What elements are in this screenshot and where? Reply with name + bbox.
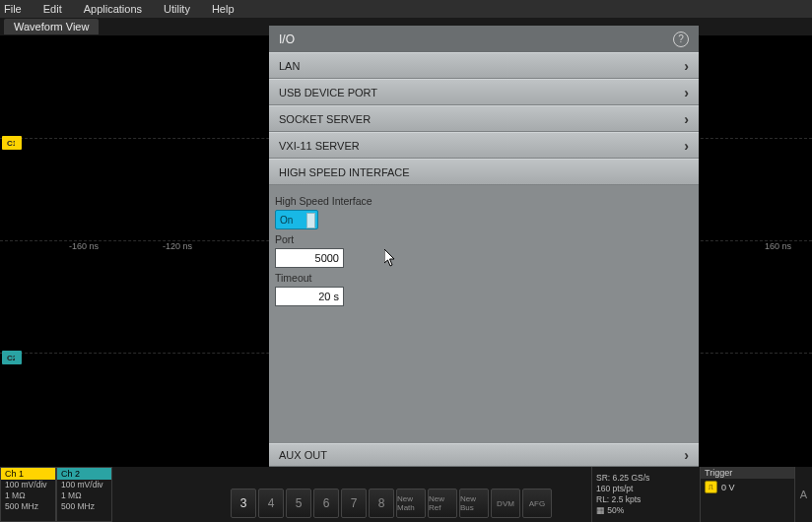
chevron-right-icon: › bbox=[684, 447, 689, 463]
nav-lan-label: LAN bbox=[279, 60, 300, 72]
ch1-header: Ch 1 bbox=[1, 468, 55, 480]
chevron-right-icon: › bbox=[684, 85, 689, 100]
dvm-button[interactable]: DVM bbox=[491, 489, 520, 518]
afg-button[interactable]: AFG bbox=[522, 489, 552, 518]
timeout-input[interactable]: 20 s bbox=[275, 287, 344, 306]
ch2-impedance: 1 MΩ bbox=[57, 490, 111, 501]
trigger-value: 0 V bbox=[721, 483, 735, 492]
menu-edit[interactable]: Edit bbox=[43, 3, 62, 15]
time-label: -160 ns bbox=[69, 241, 99, 251]
a-box[interactable]: A bbox=[794, 467, 812, 522]
chevron-right-icon: › bbox=[684, 111, 689, 127]
ch1-impedance: 1 MΩ bbox=[1, 490, 55, 501]
nav-hsi-label: HIGH SPEED INTERFACE bbox=[279, 166, 410, 178]
hsi-toggle-label: High Speed Interface bbox=[275, 195, 693, 207]
channel-box-ch2[interactable]: Ch 2 100 mV/div 1 MΩ 500 MHz bbox=[56, 467, 112, 522]
ch2-bw: 500 MHz bbox=[57, 501, 111, 512]
acquisition-box[interactable]: SR: 6.25 GS/s 160 pts/pt RL: 2.5 kpts ▦ … bbox=[591, 467, 700, 522]
new-bus-button[interactable]: New Bus bbox=[459, 489, 489, 518]
acq-pts: 160 pts/pt bbox=[596, 484, 696, 494]
acq-pct: ▦ 50% bbox=[596, 505, 696, 516]
new-ref-button[interactable]: New Ref bbox=[428, 489, 457, 518]
io-panel: I/O ? LAN › USB DEVICE PORT › SOCKET SER… bbox=[269, 26, 699, 467]
trigger-badge: ⎍ bbox=[705, 481, 717, 493]
hsi-toggle-text: On bbox=[280, 215, 293, 226]
ch1-scale: 100 mV/div bbox=[1, 480, 55, 490]
channel-marker-c1[interactable]: C1 bbox=[2, 136, 22, 150]
ch2-scale: 100 mV/div bbox=[57, 480, 111, 490]
tab-waveform-view[interactable]: Waveform View bbox=[4, 19, 99, 34]
hsi-toggle[interactable]: On bbox=[275, 210, 318, 229]
nav-lan[interactable]: LAN › bbox=[269, 52, 699, 79]
bottom-buttons: 3 4 5 6 7 8 New Math New Ref New Bus DVM… bbox=[112, 467, 591, 522]
bottom-bar: Ch 1 100 mV/div 1 MΩ 500 MHz Ch 2 100 mV… bbox=[0, 467, 812, 522]
channel-button-4[interactable]: 4 bbox=[258, 489, 284, 518]
channel-button-6[interactable]: 6 bbox=[313, 489, 339, 518]
channel-marker-c2[interactable]: C2 bbox=[2, 351, 22, 364]
menubar: File Edit Applications Utility Help bbox=[0, 0, 812, 18]
port-input[interactable]: 5000 bbox=[275, 248, 344, 268]
chevron-right-icon: › bbox=[684, 138, 689, 154]
nav-socket-server[interactable]: SOCKET SERVER › bbox=[269, 105, 699, 132]
ch2-header: Ch 2 bbox=[57, 468, 111, 480]
ch1-bw: 500 MHz bbox=[1, 501, 55, 512]
hsi-section: High Speed Interface On Port 5000 Timeou… bbox=[269, 185, 699, 306]
channel-box-ch1[interactable]: Ch 1 100 mV/div 1 MΩ 500 MHz bbox=[0, 467, 56, 522]
trigger-header: Trigger bbox=[701, 467, 794, 479]
channel-button-5[interactable]: 5 bbox=[286, 489, 311, 518]
channel-button-8[interactable]: 8 bbox=[369, 489, 394, 518]
nav-socket-label: SOCKET SERVER bbox=[279, 113, 371, 125]
nav-aux-out[interactable]: AUX OUT › bbox=[269, 443, 699, 467]
io-panel-header: I/O ? bbox=[269, 26, 699, 52]
channel-button-7[interactable]: 7 bbox=[341, 489, 367, 518]
help-icon[interactable]: ? bbox=[673, 32, 689, 47]
toggle-knob bbox=[306, 213, 315, 228]
nav-usb-label: USB DEVICE PORT bbox=[279, 87, 377, 98]
channel-button-3[interactable]: 3 bbox=[231, 489, 256, 518]
timeout-label: Timeout bbox=[275, 272, 693, 284]
io-panel-title: I/O bbox=[279, 33, 295, 46]
nav-vxi11-server[interactable]: VXI-11 SERVER › bbox=[269, 132, 699, 159]
menu-file[interactable]: File bbox=[4, 3, 22, 15]
port-label: Port bbox=[275, 233, 693, 245]
nav-high-speed-interface[interactable]: HIGH SPEED INTERFACE › bbox=[269, 159, 699, 185]
acq-sr: SR: 6.25 GS/s bbox=[596, 473, 696, 484]
new-math-button[interactable]: New Math bbox=[396, 489, 426, 518]
menu-applications[interactable]: Applications bbox=[84, 3, 142, 15]
menu-utility[interactable]: Utility bbox=[164, 3, 190, 15]
nav-aux-label: AUX OUT bbox=[279, 449, 327, 461]
menu-help[interactable]: Help bbox=[212, 3, 235, 15]
time-label: -120 ns bbox=[163, 241, 192, 251]
nav-vxi-label: VXI-11 SERVER bbox=[279, 140, 360, 152]
nav-usb-device-port[interactable]: USB DEVICE PORT › bbox=[269, 79, 699, 105]
chevron-right-icon: › bbox=[684, 58, 689, 74]
acq-rl: RL: 2.5 kpts bbox=[596, 494, 696, 505]
time-label: 160 ns bbox=[765, 241, 791, 251]
trigger-box[interactable]: Trigger ⎍ 0 V bbox=[700, 467, 794, 522]
